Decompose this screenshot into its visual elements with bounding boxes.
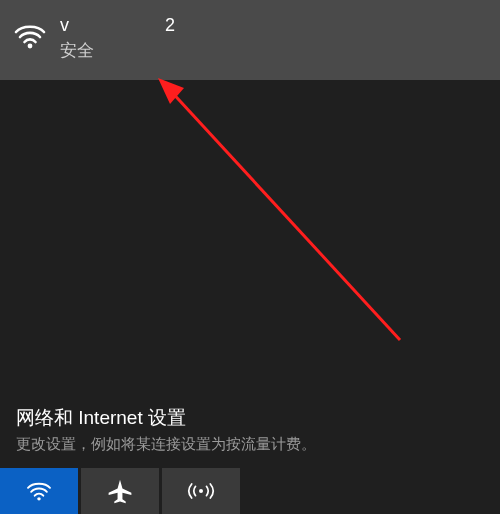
svg-marker-2 — [158, 78, 184, 104]
svg-line-1 — [168, 88, 400, 340]
hotspot-icon — [187, 479, 215, 503]
ssid-redacted — [69, 18, 165, 36]
wifi-small-icon — [26, 480, 52, 502]
network-flyout: v2 安全 网络和 Internet 设置 更改设置，例如将某连接设置为按流量计… — [0, 0, 500, 514]
ssid-suffix: 2 — [165, 15, 175, 35]
ssid-prefix: v — [60, 15, 69, 35]
svg-point-0 — [28, 44, 33, 49]
settings-title: 网络和 Internet 设置 — [16, 405, 484, 431]
bottom-section: 网络和 Internet 设置 更改设置，例如将某连接设置为按流量计费。 — [0, 393, 500, 514]
airplane-icon — [107, 478, 133, 504]
wifi-network-item[interactable]: v2 安全 — [0, 0, 500, 80]
quick-action-wifi[interactable] — [0, 468, 78, 514]
settings-description: 更改设置，例如将某连接设置为按流量计费。 — [16, 435, 484, 454]
quick-action-airplane[interactable] — [81, 468, 159, 514]
network-ssid: v2 — [60, 14, 484, 37]
network-settings-link[interactable]: 网络和 Internet 设置 更改设置，例如将某连接设置为按流量计费。 — [0, 393, 500, 468]
quick-action-hotspot[interactable] — [162, 468, 240, 514]
annotation-arrow — [150, 70, 410, 350]
svg-point-3 — [37, 497, 40, 500]
svg-point-4 — [199, 489, 203, 493]
network-security-label: 安全 — [60, 40, 484, 62]
quick-actions-row — [0, 468, 500, 514]
wifi-icon — [14, 22, 46, 54]
